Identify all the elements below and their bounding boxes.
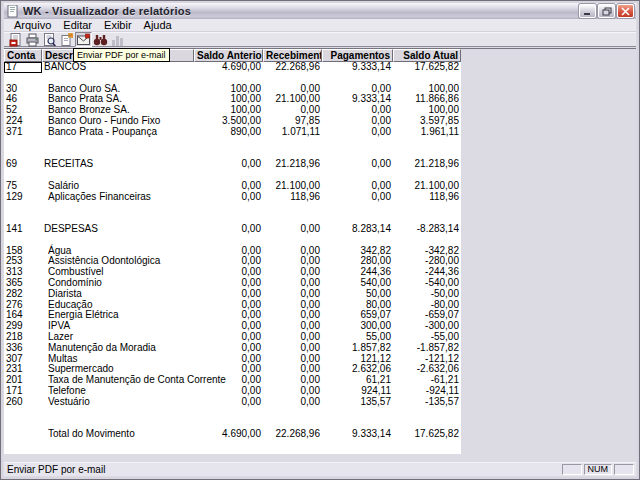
cell-saldo_atual[interactable]: 1.961,11	[393, 127, 461, 138]
window-title: WK - Visualizador de relatórios	[23, 5, 579, 17]
cell-saldo_atual[interactable]: 118,96	[393, 192, 461, 203]
restore-button[interactable]	[598, 4, 615, 18]
menu-exibir[interactable]: Exibir	[98, 19, 138, 31]
cell-conta[interactable]: 75	[4, 181, 42, 192]
cell-pagamentos[interactable]: 0,00	[322, 192, 393, 203]
cell-descricao[interactable]: RECEITAS	[42, 159, 194, 170]
bar-chart-icon	[110, 33, 125, 47]
cell-pagamentos[interactable]: 50,00	[322, 289, 393, 300]
export-icon	[59, 33, 74, 47]
table-row[interactable]: 282Diarista0,000,0050,00-50,00	[4, 289, 461, 300]
printer-icon	[25, 33, 40, 47]
cell-saldo_anterior[interactable]: 0,00	[194, 224, 263, 235]
menubar: Arquivo Editar Exibir Ajuda	[4, 19, 636, 32]
cell-recebimentos[interactable]: 22.268,96	[263, 429, 322, 440]
cell-saldo_atual[interactable]: -50,00	[393, 289, 461, 300]
cell-saldo_anterior[interactable]: 890,00	[194, 127, 263, 138]
cell-pagamentos[interactable]: 0,00	[322, 181, 393, 192]
cell-pagamentos[interactable]: 8.283,14	[322, 224, 393, 235]
cell-descricao[interactable]: Banco Prata - Poupança	[42, 127, 194, 138]
cell-conta[interactable]: 282	[4, 289, 42, 300]
app-window: WK - Visualizador de relatórios Arquivo …	[0, 0, 640, 480]
minimize-button[interactable]	[579, 4, 596, 18]
cell-descricao[interactable]: Vestuário	[42, 397, 194, 408]
cell-conta[interactable]: 336	[4, 343, 42, 354]
cell-recebimentos[interactable]: 0,00	[263, 224, 322, 235]
chart-button[interactable]	[109, 32, 126, 47]
cell-saldo_atual[interactable]: 21.100,00	[393, 181, 461, 192]
search-button[interactable]	[92, 32, 109, 47]
cell-saldo_atual[interactable]: 21.218,96	[393, 159, 461, 170]
menu-arquivo[interactable]: Arquivo	[8, 19, 57, 31]
cell-descricao[interactable]: Diarista	[42, 289, 194, 300]
cell-saldo_anterior[interactable]: 0,00	[194, 192, 263, 203]
cell-descricao[interactable]: Salário	[42, 181, 194, 192]
cell-pagamentos[interactable]: 0,00	[322, 159, 393, 170]
cell-conta[interactable]: 69	[4, 159, 42, 170]
table-row[interactable]: 336Manutenção da Moradia0,000,001.857,82…	[4, 343, 461, 354]
cell-conta[interactable]	[4, 429, 42, 440]
table-row[interactable]: 69RECEITAS0,0021.218,960,0021.218,96	[4, 159, 461, 170]
cell-saldo_atual[interactable]: -135,57	[393, 397, 461, 408]
cell-conta[interactable]: 141	[4, 224, 42, 235]
cell-descricao[interactable]: Aplicações Financeiras	[42, 192, 194, 203]
titlebar: WK - Visualizador de relatórios	[4, 3, 636, 19]
cell-saldo_anterior[interactable]: 0,00	[194, 343, 263, 354]
cell-recebimentos[interactable]: 0,00	[263, 289, 322, 300]
print-button[interactable]	[24, 32, 41, 47]
menu-ajuda[interactable]: Ajuda	[138, 19, 178, 31]
status-panel-empty-1	[562, 464, 582, 475]
cell-conta[interactable]: 17	[4, 62, 42, 73]
cell-conta[interactable]: 129	[4, 192, 42, 203]
statusbar: Enviar PDF por e-mail NUM	[4, 462, 636, 476]
cell-saldo_anterior[interactable]: 0,00	[194, 289, 263, 300]
cell-recebimentos[interactable]: 21.218,96	[263, 159, 322, 170]
cell-saldo_anterior[interactable]: 0,00	[194, 181, 263, 192]
cell-descricao[interactable]: Total do Movimento	[42, 429, 194, 440]
cell-recebimentos[interactable]: 0,00	[263, 397, 322, 408]
cell-saldo_atual[interactable]: 17.625,82	[393, 62, 461, 73]
cell-pagamentos[interactable]: 9.333,14	[322, 429, 393, 440]
table-row[interactable]: 129Aplicações Financeiras0,00118,960,001…	[4, 192, 461, 203]
cell-conta[interactable]: 371	[4, 127, 42, 138]
cell-recebimentos[interactable]: 0,00	[263, 343, 322, 354]
cell-saldo_atual[interactable]: -1.857,82	[393, 343, 461, 354]
cell-saldo_anterior[interactable]: 0,00	[194, 159, 263, 170]
status-panel-empty-2	[614, 464, 634, 475]
print-preview-button[interactable]	[41, 32, 58, 47]
cell-descricao[interactable]: Manutenção da Moradia	[42, 343, 194, 354]
table-row[interactable]: 141DESPESAS0,000,008.283,14-8.283,14	[4, 224, 461, 235]
menu-editar[interactable]: Editar	[57, 19, 98, 31]
table-row-blank	[4, 202, 461, 213]
cell-saldo_atual[interactable]: -8.283,14	[393, 224, 461, 235]
table-row[interactable]: 260Vestuário0,000,00135,57-135,57	[4, 397, 461, 408]
email-pdf-button[interactable]	[75, 32, 92, 47]
close-button[interactable]	[617, 4, 634, 18]
cell-recebimentos[interactable]: 22.268,96	[263, 62, 322, 73]
cell-saldo_anterior[interactable]: 4.690,00	[194, 62, 263, 73]
window-controls	[579, 4, 634, 18]
cell-saldo_anterior[interactable]: 0,00	[194, 397, 263, 408]
cell-conta[interactable]: 260	[4, 397, 42, 408]
export-file-button[interactable]	[58, 32, 75, 47]
table-row[interactable]: 75Salário0,0021.100,000,0021.100,00	[4, 181, 461, 192]
table-row[interactable]: 17BANCOS4.690,0022.268,969.333,1417.625,…	[4, 62, 461, 73]
cell-saldo_anterior[interactable]: 4.690,00	[194, 429, 263, 440]
cell-pagamentos[interactable]: 0,00	[322, 127, 393, 138]
pdf-export-button[interactable]	[7, 32, 24, 47]
cell-recebimentos[interactable]: 1.071,11	[263, 127, 322, 138]
status-panel-num: NUM	[584, 464, 613, 475]
cell-pagamentos[interactable]: 9.333,14	[322, 62, 393, 73]
table-row[interactable]: Total do Movimento4.690,0022.268,969.333…	[4, 429, 461, 440]
table-row[interactable]: 164Energia Elétrica0,000,00659,07-659,07	[4, 310, 461, 321]
table-row[interactable]: 371Banco Prata - Poupança890,001.071,110…	[4, 127, 461, 138]
table-row-blank	[4, 408, 461, 419]
table-row-blank	[4, 73, 461, 84]
cell-recebimentos[interactable]: 21.100,00	[263, 181, 322, 192]
cell-descricao[interactable]: DESPESAS	[42, 224, 194, 235]
cell-saldo_atual[interactable]: 17.625,82	[393, 429, 461, 440]
cell-pagamentos[interactable]: 1.857,82	[322, 343, 393, 354]
cell-descricao[interactable]: BANCOS	[42, 62, 194, 73]
cell-recebimentos[interactable]: 118,96	[263, 192, 322, 203]
cell-pagamentos[interactable]: 135,57	[322, 397, 393, 408]
